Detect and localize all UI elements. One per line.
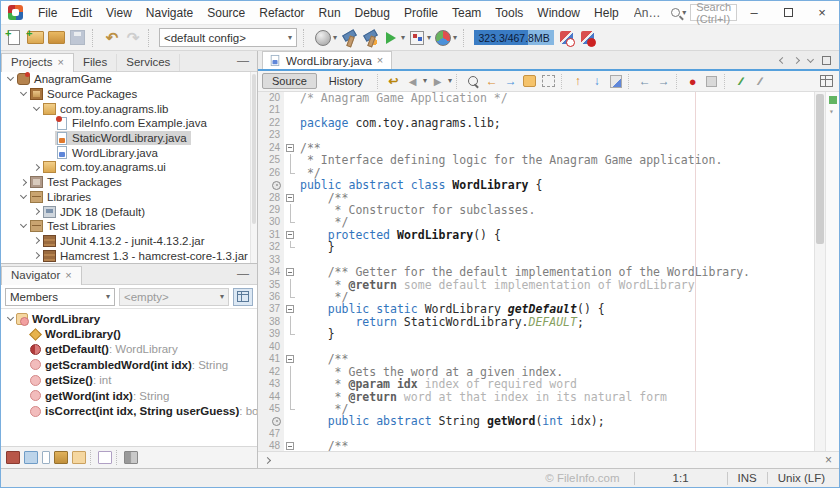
fold-collapse-icon[interactable] [286, 442, 294, 450]
chevron-collapsed-icon[interactable] [33, 237, 40, 244]
chevron-expanded-icon[interactable] [7, 314, 14, 321]
clean-build-icon[interactable] [361, 29, 379, 47]
code-line[interactable]: 25 * Interface defining logic for the An… [258, 154, 839, 166]
navigator-member[interactable]: WordLibrary() [1, 326, 257, 341]
implementations-glyph-icon[interactable] [272, 181, 281, 190]
run-icon[interactable] [382, 29, 400, 47]
projects-scrollbar[interactable] [250, 72, 257, 263]
chevron-down-icon[interactable]: ▾ [453, 34, 457, 42]
close-button[interactable]: × [805, 1, 839, 25]
chevron-collapsed-icon[interactable] [33, 164, 40, 171]
minimize-button[interactable]: – [737, 1, 771, 25]
fold-collapse-icon[interactable] [286, 305, 294, 313]
tab-close-icon[interactable]: × [58, 57, 64, 68]
tree-expand-area[interactable] [18, 225, 29, 227]
next-bookmark-icon[interactable]: ↓ [588, 73, 605, 90]
code-line[interactable]: 39 } [258, 328, 839, 340]
open-project-icon[interactable] [47, 29, 65, 47]
tree-item[interactable]: StaticWordLibrary.java [1, 131, 257, 146]
tree-item[interactable]: com.toy.anagrams.lib [1, 101, 257, 116]
chevron-collapsed-icon[interactable] [33, 252, 40, 259]
scroll-tabs-right-icon[interactable] [793, 57, 800, 64]
sort-alpha-icon[interactable] [142, 451, 156, 464]
comment-icon[interactable]: ∕∕ [732, 73, 749, 90]
menu-profile[interactable]: Profile [397, 1, 445, 25]
code-line[interactable]: 48 /** [258, 440, 839, 451]
new-project-icon[interactable] [26, 29, 44, 47]
code-area[interactable]: 20/* Anagram Game Application */2122pack… [258, 92, 839, 451]
menu-window[interactable]: Window [530, 1, 587, 25]
menu-file[interactable]: File [31, 1, 64, 25]
tree-item[interactable]: FileInfo.com Example.java [1, 116, 257, 131]
implementations-glyph-icon[interactable] [272, 417, 281, 426]
editor-tab-wordlibrary[interactable]: WordLibrary.java × [262, 51, 392, 69]
forward-icon[interactable]: ▶ [429, 73, 446, 90]
menu-run[interactable]: Run [312, 1, 348, 25]
new-file-icon[interactable] [5, 29, 23, 47]
no-errors-indicator[interactable] [829, 96, 837, 104]
deploy-icon[interactable] [314, 29, 332, 47]
chevron-expanded-icon[interactable] [33, 104, 40, 111]
save-all-icon[interactable] [68, 29, 86, 47]
navigator-member[interactable]: getScrambledWord(int idx) : String [1, 357, 257, 372]
profile-stop-icon[interactable] [578, 29, 596, 47]
breadcrumb-chevron-icon[interactable] [264, 456, 271, 463]
navigator-view-select[interactable]: Members▾ [5, 288, 115, 306]
toggle-bookmark-icon[interactable] [607, 73, 624, 90]
navigator-member[interactable]: getDefault() : WordLibrary [1, 342, 257, 357]
projects-tab-services[interactable]: Services [117, 54, 180, 71]
code-line[interactable]: 31 protected WordLibrary() { [258, 229, 839, 241]
show-inherited-icon[interactable] [6, 451, 20, 464]
chevron-expanded-icon[interactable] [20, 192, 27, 199]
tree-item[interactable]: WordLibrary.java [1, 145, 257, 160]
memory-usage-bar[interactable]: 323.3/467.8MB [474, 30, 554, 45]
rectangular-selection-icon[interactable] [540, 73, 557, 90]
uncomment-icon[interactable]: ∕∕ [751, 73, 768, 90]
fold-collapse-icon[interactable] [286, 231, 294, 239]
fold-collapse-icon[interactable] [286, 355, 294, 363]
projects-tab-projects[interactable]: Projects× [1, 53, 74, 72]
code-line[interactable]: 20/* Anagram Game Application */ [258, 92, 839, 104]
debug-icon[interactable] [408, 29, 426, 47]
navigator-member[interactable]: getWord(int idx) : String [1, 388, 257, 403]
scroll-tabs-left-icon[interactable] [779, 57, 786, 64]
search-icon[interactable]: ▾ [671, 8, 686, 17]
tree-item[interactable]: Hamcrest 1.3 - hamcrest-core-1.3.jar [1, 248, 257, 263]
tree-expand-area[interactable] [5, 318, 16, 320]
tab-close-icon[interactable]: × [65, 270, 71, 281]
tree-expand-area[interactable] [31, 238, 42, 243]
build-icon[interactable] [340, 29, 358, 47]
scrollbar-thumb[interactable] [252, 74, 256, 224]
fold-column[interactable] [284, 192, 298, 204]
menu-tools[interactable]: Tools [488, 1, 530, 25]
tree-item[interactable]: Test Packages [1, 175, 257, 190]
tree-expand-area[interactable] [5, 78, 16, 80]
tree-expand-area[interactable] [31, 108, 42, 110]
chevron-expanded-icon[interactable] [20, 221, 27, 228]
editor-scrollbar[interactable] [814, 92, 825, 451]
profile-clock-icon[interactable] [557, 29, 575, 47]
tree-expand-area[interactable] [18, 180, 29, 185]
panel-minimize-button[interactable]: — [229, 267, 257, 284]
tree-expand-area[interactable] [31, 209, 42, 214]
chevron-down-icon[interactable]: ▾ [401, 34, 405, 42]
show-non-public-icon[interactable] [54, 451, 68, 464]
projects-tab-files[interactable]: Files [74, 54, 117, 71]
insert-mode-indicator[interactable]: INS [728, 472, 767, 484]
chevron-down-icon[interactable]: ▾ [423, 77, 427, 85]
tree-item[interactable]: Test Libraries [1, 219, 257, 234]
code-line[interactable]: 32 } [258, 241, 839, 253]
fold-column[interactable] [284, 142, 298, 154]
history-view-button[interactable]: History [319, 73, 373, 89]
find-next-icon[interactable]: → [502, 73, 519, 90]
tree-item[interactable]: AnagramGame [1, 72, 257, 87]
navigator-tab-navigator[interactable]: Navigator× [1, 266, 82, 285]
previous-bookmark-icon[interactable]: ↑ [569, 73, 586, 90]
chevron-down-icon[interactable]: ▾ [333, 34, 337, 42]
navigator-member[interactable]: WordLibrary [1, 311, 257, 326]
breadcrumb-close-icon[interactable]: × [825, 454, 832, 466]
toggle-highlight-icon[interactable] [521, 73, 538, 90]
fold-collapse-icon[interactable] [286, 194, 294, 202]
redo-icon[interactable]: ↷ [124, 29, 142, 47]
fold-column[interactable] [284, 353, 298, 365]
